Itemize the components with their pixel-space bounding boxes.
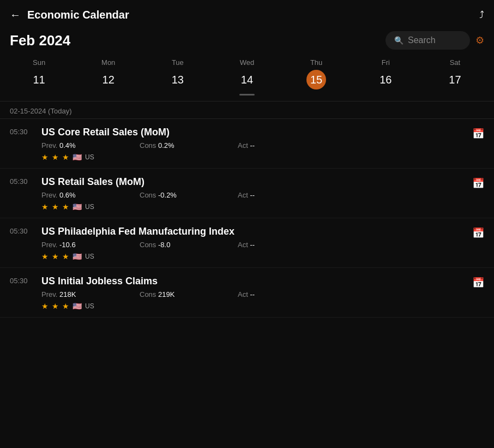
day-number-today[interactable]: 15: [306, 70, 326, 89]
search-label: Search: [408, 35, 436, 45]
stat-prev: Prev. 0.4%: [41, 141, 140, 150]
event-meta: ★★★🇺🇸US: [41, 302, 484, 310]
calendar-week: Sun11Mon12Tue13Wed14Thu15Fri16Sat17: [0, 55, 494, 99]
star-icon: ★: [62, 202, 69, 211]
star-icon: ★: [52, 202, 59, 211]
event-title: US Retail Sales (MoM): [41, 176, 484, 188]
stat-act: Act --: [238, 290, 484, 298]
event-time: 05:30: [10, 276, 33, 285]
month-label: Feb 2024: [10, 32, 70, 49]
event-title: US Initial Jobless Claims: [41, 276, 484, 287]
day-col[interactable]: Mon12: [74, 55, 143, 99]
country-label: US: [85, 253, 94, 260]
star-icon: ★: [52, 302, 59, 310]
day-name: Tue: [172, 58, 184, 67]
add-to-calendar-icon[interactable]: 📅: [472, 227, 484, 239]
date-section-label: 02-15-2024 (Today): [0, 101, 494, 118]
day-name: Sun: [33, 58, 45, 67]
event-body: US Philadelphia Fed Manufacturing IndexP…: [41, 226, 484, 261]
country-label: US: [85, 153, 94, 161]
country-label: US: [85, 203, 94, 211]
day-col[interactable]: Fri16: [351, 55, 420, 99]
stat-cons: Cons 219K: [140, 290, 238, 298]
stat-cons: Cons 0.2%: [140, 141, 238, 150]
event-time: 05:30: [10, 127, 33, 136]
event-stats: Prev. 0.4%Cons 0.2%Act --: [41, 141, 484, 150]
star-icon: ★: [62, 153, 69, 162]
page-title: Economic Calendar: [27, 9, 129, 21]
country-flag: 🇺🇸: [73, 302, 82, 310]
event-stats: Prev. -10.6Cons -8.0Act --: [41, 241, 484, 249]
day-number[interactable]: 12: [99, 70, 118, 89]
country-flag: 🇺🇸: [73, 202, 82, 211]
star-icon: ★: [62, 302, 69, 310]
country-flag: 🇺🇸: [73, 153, 82, 162]
day-number[interactable]: 16: [376, 70, 395, 89]
star-icon: ★: [41, 202, 49, 211]
event-meta: ★★★🇺🇸US: [41, 202, 484, 211]
filter-icon[interactable]: ⚙: [475, 34, 484, 46]
day-col[interactable]: Tue13: [143, 55, 212, 99]
day-name: Wed: [240, 58, 255, 67]
event-item[interactable]: 05:30US Initial Jobless ClaimsPrev. 218K…: [0, 268, 494, 318]
share-button[interactable]: ⤴: [479, 9, 484, 21]
event-time: 05:30: [10, 176, 33, 186]
back-button[interactable]: ←: [10, 9, 21, 21]
day-name: Mon: [101, 58, 115, 67]
events-container: 05:30US Core Retail Sales (MoM)Prev. 0.4…: [0, 119, 494, 318]
day-name: Thu: [310, 58, 322, 67]
event-body: US Retail Sales (MoM)Prev. 0.6%Cons -0.2…: [41, 176, 484, 211]
star-icon: ★: [41, 252, 49, 261]
day-col[interactable]: Sat17: [420, 55, 490, 99]
stat-cons: Cons -0.2%: [140, 191, 238, 199]
event-meta: ★★★🇺🇸US: [41, 252, 484, 261]
star-icon: ★: [41, 153, 49, 162]
day-col[interactable]: Thu15: [282, 55, 351, 99]
add-to-calendar-icon[interactable]: 📅: [472, 277, 484, 289]
month-controls: 🔍 Search ⚙: [385, 31, 484, 50]
stat-act: Act --: [238, 191, 484, 199]
day-name: Fri: [382, 58, 390, 67]
search-box[interactable]: 🔍 Search: [385, 31, 470, 50]
country-flag: 🇺🇸: [73, 252, 82, 261]
month-row: Feb 2024 🔍 Search ⚙: [0, 28, 494, 55]
stat-act: Act --: [238, 141, 484, 150]
day-number[interactable]: 13: [168, 70, 188, 89]
day-number[interactable]: 14: [237, 70, 257, 89]
day-number[interactable]: 17: [445, 70, 465, 89]
event-body: US Initial Jobless ClaimsPrev. 218KCons …: [41, 276, 484, 310]
event-time: 05:30: [10, 226, 33, 235]
add-to-calendar-icon[interactable]: 📅: [472, 128, 484, 140]
star-icon: ★: [52, 252, 59, 261]
event-stats: Prev. 0.6%Cons -0.2%Act --: [41, 191, 484, 199]
stat-prev: Prev. 218K: [41, 290, 140, 298]
star-icon: ★: [52, 153, 59, 162]
event-item[interactable]: 05:30US Retail Sales (MoM)Prev. 0.6%Cons…: [0, 169, 494, 218]
search-icon: 🔍: [394, 36, 403, 45]
add-to-calendar-icon[interactable]: 📅: [472, 177, 484, 189]
event-meta: ★★★🇺🇸US: [41, 153, 484, 162]
stat-prev: Prev. -10.6: [41, 241, 140, 249]
stat-act: Act --: [238, 241, 484, 249]
event-body: US Core Retail Sales (MoM)Prev. 0.4%Cons…: [41, 127, 484, 162]
stat-cons: Cons -8.0: [140, 241, 238, 249]
day-col[interactable]: Wed14: [212, 55, 281, 99]
country-label: US: [85, 302, 94, 310]
day-name: Sat: [450, 58, 461, 67]
header: ← Economic Calendar ⤴: [0, 0, 494, 28]
stat-prev: Prev. 0.6%: [41, 191, 140, 199]
event-stats: Prev. 218KCons 219KAct --: [41, 290, 484, 298]
header-left: ← Economic Calendar: [10, 9, 129, 21]
event-item[interactable]: 05:30US Core Retail Sales (MoM)Prev. 0.4…: [0, 119, 494, 169]
day-indicator: [239, 94, 255, 95]
day-col[interactable]: Sun11: [4, 55, 74, 99]
day-number[interactable]: 11: [29, 70, 49, 89]
event-title: US Philadelphia Fed Manufacturing Index: [41, 226, 484, 237]
star-icon: ★: [41, 302, 49, 310]
event-item[interactable]: 05:30US Philadelphia Fed Manufacturing I…: [0, 218, 494, 268]
star-icon: ★: [62, 252, 69, 261]
event-title: US Core Retail Sales (MoM): [41, 127, 484, 138]
